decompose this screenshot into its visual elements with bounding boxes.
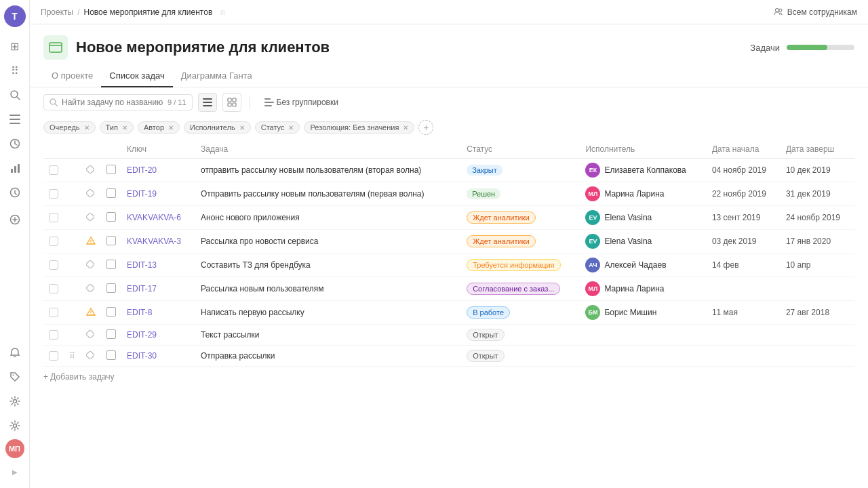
- assignee-avatar: ЕК: [585, 163, 600, 178]
- sidebar-item-add[interactable]: [4, 209, 26, 230]
- task-key[interactable]: KVAKVAKVA-3: [127, 237, 181, 246]
- tab-tasks[interactable]: Список задач: [101, 65, 172, 87]
- priority-cell: [81, 206, 101, 230]
- status-cell: Открыт: [461, 346, 580, 367]
- star-icon[interactable]: ☆: [219, 7, 226, 17]
- filter-priority[interactable]: Очередь ✕: [43, 121, 96, 134]
- filter-author-close[interactable]: ✕: [168, 124, 174, 131]
- task-key[interactable]: KVAKVAKVA-6: [127, 213, 181, 222]
- sidebar-item-bell[interactable]: [4, 342, 26, 363]
- status-badge[interactable]: Согласование с заказ...: [467, 283, 560, 295]
- status-cell: Открыт: [461, 325, 580, 346]
- filter-status-close[interactable]: ✕: [288, 124, 294, 131]
- filter-resolution[interactable]: Резолюция: Без значения ✕: [304, 121, 414, 134]
- sidebar-item-tag[interactable]: [4, 366, 26, 388]
- sidebar-item-search[interactable]: [4, 84, 26, 106]
- row-checkbox[interactable]: [49, 237, 58, 246]
- key-cell: EDIT-8: [121, 301, 195, 325]
- type-icon: [106, 212, 116, 222]
- row-checkbox[interactable]: [49, 260, 58, 270]
- task-key[interactable]: EDIT-8: [127, 308, 152, 317]
- status-badge[interactable]: Открыт: [467, 350, 504, 362]
- task-name[interactable]: Написать первую рассылку: [201, 308, 304, 317]
- tab-about[interactable]: О проекте: [43, 65, 101, 87]
- filter-author[interactable]: Автор ✕: [138, 121, 180, 134]
- row-checkbox[interactable]: [49, 351, 58, 361]
- assignee-name: Elena Vasina: [604, 237, 652, 246]
- key-cell: EDIT-17: [121, 277, 195, 301]
- row-checkbox-cell: [43, 159, 64, 182]
- search-input[interactable]: [62, 98, 163, 107]
- sidebar-item-home[interactable]: ⊞: [4, 35, 26, 57]
- sidebar-item-time[interactable]: [4, 182, 26, 203]
- filter-assignee-close[interactable]: ✕: [239, 124, 245, 131]
- task-name[interactable]: Отправка рассылки: [201, 351, 275, 361]
- task-name[interactable]: Рассылка про новости сервиса: [201, 237, 318, 246]
- status-badge[interactable]: Открыт: [467, 329, 504, 341]
- row-checkbox[interactable]: [49, 165, 58, 175]
- task-key[interactable]: EDIT-17: [127, 284, 157, 293]
- task-name[interactable]: Анонс нового приложения: [201, 213, 300, 222]
- col-task-header[interactable]: Задача: [195, 140, 461, 159]
- status-badge[interactable]: Ждет аналитики: [467, 235, 535, 247]
- task-name[interactable]: Составить ТЗ для брендбука: [201, 260, 311, 270]
- row-checkbox[interactable]: [49, 284, 58, 293]
- svg-rect-26: [203, 105, 212, 106]
- filter-priority-close[interactable]: ✕: [84, 124, 90, 131]
- drag-handle[interactable]: ⠿: [69, 351, 75, 361]
- diamond-icon: [86, 351, 94, 359]
- task-name[interactable]: Текст рассылки: [201, 330, 259, 340]
- filter-status[interactable]: Статус ✕: [255, 121, 300, 134]
- task-key[interactable]: EDIT-19: [127, 189, 157, 199]
- list-view-button[interactable]: [198, 93, 217, 112]
- user-avatar[interactable]: МП: [5, 439, 24, 458]
- sidebar-logo[interactable]: T: [4, 5, 26, 27]
- task-name[interactable]: отправить рассылку новым пользователям (…: [201, 165, 421, 175]
- tab-gantt[interactable]: Диаграмма Ганта: [173, 65, 260, 87]
- row-checkbox[interactable]: [49, 308, 58, 317]
- filter-resolution-close[interactable]: ✕: [403, 124, 408, 131]
- col-assignee-header[interactable]: Исполнитель: [580, 140, 707, 159]
- sidebar-item-settings[interactable]: [4, 390, 26, 412]
- col-key-header[interactable]: Ключ: [121, 140, 195, 159]
- table-row: EDIT-29 Текст рассылки Открыт: [43, 325, 854, 346]
- breadcrumb-projects[interactable]: Проекты: [41, 7, 73, 17]
- row-checkbox[interactable]: [49, 213, 58, 222]
- col-date-start-header[interactable]: Дата начала: [707, 140, 781, 159]
- task-key[interactable]: EDIT-30: [127, 351, 157, 361]
- sidebar-item-settings2[interactable]: [4, 415, 26, 436]
- row-checkbox[interactable]: [49, 330, 58, 340]
- status-badge[interactable]: Закрыт: [467, 165, 502, 176]
- filter-add-button[interactable]: +: [418, 120, 433, 135]
- sidebar-item-chart[interactable]: [4, 157, 26, 179]
- row-checkbox[interactable]: [49, 189, 58, 199]
- type-cell: [101, 182, 121, 206]
- type-cell: [101, 325, 121, 346]
- drag-cell: [64, 325, 81, 346]
- filter-type[interactable]: Тип ✕: [100, 121, 134, 134]
- status-badge[interactable]: Требуется информация: [467, 259, 560, 271]
- col-date-end-header[interactable]: Дата заверш: [781, 140, 854, 159]
- task-key[interactable]: EDIT-20: [127, 165, 157, 175]
- svg-rect-29: [228, 103, 231, 106]
- sidebar-item-list[interactable]: [4, 108, 26, 130]
- grid-view-button[interactable]: [222, 93, 241, 112]
- type-cell: [101, 206, 121, 230]
- task-key[interactable]: EDIT-13: [127, 260, 157, 270]
- search-count: 9 / 11: [167, 98, 186, 106]
- status-badge[interactable]: Ждет аналитики: [467, 211, 535, 224]
- date-start-cell: 14 фев: [707, 253, 781, 277]
- sidebar-item-expand[interactable]: ▶: [4, 461, 26, 483]
- task-name[interactable]: Отправить рассылку новым пользователям (…: [201, 189, 425, 199]
- sidebar-item-clock[interactable]: [4, 133, 26, 155]
- filter-type-close[interactable]: ✕: [122, 124, 127, 131]
- task-key[interactable]: EDIT-29: [127, 330, 157, 340]
- groupby-button[interactable]: Без группировки: [258, 94, 344, 110]
- task-name[interactable]: Рассылка новым пользователям: [201, 284, 324, 293]
- status-badge[interactable]: Решен: [467, 188, 500, 199]
- sidebar-item-apps[interactable]: ⠿: [4, 60, 26, 81]
- status-badge[interactable]: В работе: [467, 306, 510, 319]
- add-task-row[interactable]: + Добавить задачу: [43, 367, 854, 387]
- filter-assignee[interactable]: Исполнитель ✕: [184, 121, 251, 134]
- col-status-header[interactable]: Статус: [461, 140, 580, 159]
